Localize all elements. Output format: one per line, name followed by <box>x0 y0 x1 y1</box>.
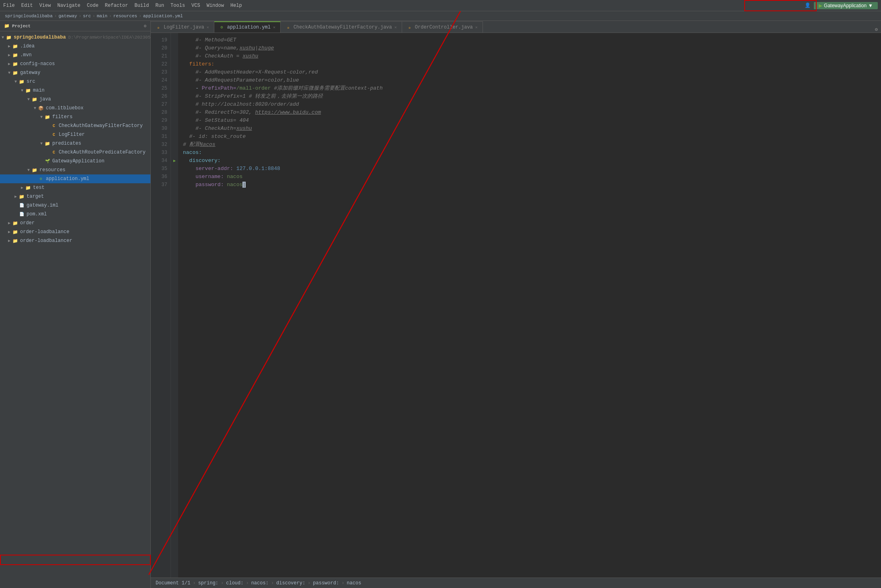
breadcrumb-bar: springcloudalibaba › gateway › src › mai… <box>0 11 881 21</box>
menu-view[interactable]: View <box>39 3 51 8</box>
menu-run[interactable]: Run <box>155 3 164 8</box>
run-dropdown-icon[interactable]: ▼ <box>868 3 873 8</box>
project-sidebar: 📁 Project ⚙ ▼ 📁 springcloudalibaba D:\Pr… <box>0 21 151 588</box>
breadcrumb-nacos[interactable]: nacos: <box>251 580 269 586</box>
tree-item-main[interactable]: ▼ 📁 main <box>0 86 150 95</box>
tab-icon-application: ⚙ <box>219 25 225 30</box>
tab-ordercontroller[interactable]: ☕ OrderController.java ✕ <box>402 21 483 33</box>
breadcrumb-sep3: › <box>92 14 95 18</box>
status-breadcrumb: Document 1/1 › spring: › cloud: › nacos:… <box>151 578 881 588</box>
gutter-icons: ▶ <box>171 33 178 578</box>
project-icon: 📁 <box>4 23 10 29</box>
tree-item-checkauthroute[interactable]: ▶ C CheckAuthRoutePredicateFactory <box>0 148 150 157</box>
sidebar-header: 📁 Project ⚙ <box>0 21 150 31</box>
breadcrumb-password[interactable]: password: <box>313 580 339 586</box>
tab-checkauth[interactable]: ☕ CheckAuthGatewayFilterFactory.java ✕ <box>281 21 402 33</box>
tree-item-orderloadbalance[interactable]: ▶ 📁 order-loadbalance <box>0 227 150 236</box>
account-icon[interactable]: 👤 <box>805 2 811 8</box>
breadcrumb-cloud[interactable]: cloud: <box>226 580 243 586</box>
tree-item-test[interactable]: ▶ 📁 test <box>0 183 150 192</box>
tabs-extra: ⚙ <box>872 27 881 33</box>
tree-item-config-nacos[interactable]: ▶ 📁 config-nacos <box>0 59 150 68</box>
tab-close-application[interactable]: ✕ <box>273 25 275 30</box>
tab-icon-logfilter: ☕ <box>156 25 161 30</box>
tab-label-checkauth: CheckAuthGatewayFilterFactory.java <box>294 25 392 30</box>
breadcrumb-doc: Document 1/1 <box>156 580 190 586</box>
tab-application[interactable]: ⚙ application.yml ✕ <box>214 21 281 33</box>
breadcrumb-spring[interactable]: spring: <box>198 580 218 586</box>
menu-help[interactable]: Help <box>230 3 242 8</box>
menu-vcs[interactable]: VCS <box>191 3 200 8</box>
tree-item-com-itbluebox[interactable]: ▼ 📦 com.itbluebox <box>0 104 150 113</box>
tab-label-logfilter: LogFilter.java <box>164 25 204 30</box>
tab-close-checkauth[interactable]: ✕ <box>394 25 397 30</box>
tab-close-logfilter[interactable]: ✕ <box>207 25 209 30</box>
run-button[interactable]: ▶ GatewayApplication ▼ <box>814 2 878 9</box>
breadcrumb-src[interactable]: src <box>83 14 91 18</box>
breadcrumb-sep2: › <box>79 14 82 18</box>
breadcrumb-sep4: › <box>109 14 112 18</box>
tree-item-orderloadbalancer[interactable]: ▶ 📁 order-loadbalancer <box>0 236 150 245</box>
menu-build[interactable]: Build <box>134 3 149 8</box>
breadcrumb-nacos-val[interactable]: nacos <box>347 580 361 586</box>
menu-file[interactable]: File <box>3 3 15 8</box>
breadcrumb-gateway[interactable]: gateway <box>58 14 77 18</box>
tree-item-mvn[interactable]: ▶ 📁 .mvn <box>0 51 150 59</box>
tabs-bar: ☕ LogFilter.java ✕ ⚙ application.yml ✕ ☕… <box>151 21 881 33</box>
tab-label-application: application.yml <box>227 25 271 30</box>
tree-item-filters[interactable]: ▼ 📁 filters <box>0 113 150 121</box>
tab-close-ordercontroller[interactable]: ✕ <box>475 25 478 30</box>
editor-area: ☕ LogFilter.java ✕ ⚙ application.yml ✕ ☕… <box>151 21 881 588</box>
code-content[interactable]: #- Method=GET #- Query=name,xushu|zhuge … <box>178 33 881 578</box>
menu-refactor[interactable]: Refactor <box>105 3 128 8</box>
code-editor[interactable]: 19 20 21 22 23 24 25 26 27 28 29 30 31 3… <box>151 33 881 578</box>
breadcrumb-sep1: › <box>54 14 57 18</box>
tree-item-src[interactable]: ▼ 📁 src <box>0 77 150 86</box>
tree-item-checkauth-filter[interactable]: ▶ C CheckAuthGatewayFilterFactory <box>0 121 150 130</box>
tab-logfilter[interactable]: ☕ LogFilter.java ✕ <box>151 21 214 33</box>
tab-icon-checkauth: ☕ <box>285 25 291 30</box>
tree-item-appyml[interactable]: ▶ ⚙ application.yml <box>0 174 150 183</box>
tree-item-target[interactable]: ▶ 📁 target <box>0 192 150 201</box>
tree-item-predicates[interactable]: ▼ 📁 predicates <box>0 139 150 148</box>
menu-tools[interactable]: Tools <box>170 3 185 8</box>
menu-bar: File Edit View Navigate Code Refactor Bu… <box>0 0 881 11</box>
tree-item-gatewayiml[interactable]: ▶ 📄 gateway.iml <box>0 201 150 210</box>
tree-item-gatewayapplication[interactable]: ▶ 🌱 GatewayApplication <box>0 157 150 166</box>
menu-edit[interactable]: Edit <box>21 3 33 8</box>
breadcrumb-appyml[interactable]: application.yml <box>143 14 183 18</box>
tree-item-order[interactable]: ▶ 📁 order <box>0 219 150 227</box>
breadcrumb-resources[interactable]: resources <box>113 14 137 18</box>
main-layout: 📁 Project ⚙ ▼ 📁 springcloudalibaba D:\Pr… <box>0 21 881 588</box>
run-icon: ▶ <box>819 3 822 8</box>
sidebar-icon-settings[interactable]: ⚙ <box>144 23 146 29</box>
menu-window[interactable]: Window <box>207 3 224 8</box>
tab-gear-icon[interactable]: ⚙ <box>875 27 878 33</box>
tree-item-logfilter[interactable]: ▶ C LogFilter <box>0 130 150 139</box>
tree-item-java[interactable]: ▼ 📁 java <box>0 95 150 104</box>
tree-item-pomxml[interactable]: ▶ 📄 pom.xml <box>0 210 150 219</box>
line-numbers: 19 20 21 22 23 24 25 26 27 28 29 30 31 3… <box>151 33 171 578</box>
menu-code[interactable]: Code <box>87 3 99 8</box>
run-config-label: GatewayApplication <box>824 3 867 8</box>
tab-label-ordercontroller: OrderController.java <box>415 25 473 30</box>
tree-item-springcloudalibaba[interactable]: ▼ 📁 springcloudalibaba D:\ProgramWorkSpa… <box>0 33 150 42</box>
tree-item-idea[interactable]: ▶ 📁 .idea <box>0 42 150 51</box>
project-tree: ▼ 📁 springcloudalibaba D:\ProgramWorkSpa… <box>0 31 150 588</box>
breadcrumb-sep5: › <box>139 14 142 18</box>
breadcrumb-discovery[interactable]: discovery: <box>276 580 305 586</box>
breadcrumb-main[interactable]: main <box>97 14 107 18</box>
tree-item-resources[interactable]: ▼ 📁 resources <box>0 166 150 174</box>
menu-navigate[interactable]: Navigate <box>57 3 80 8</box>
sidebar-title: Project <box>12 24 31 29</box>
tab-icon-ordercontroller: ☕ <box>407 25 413 30</box>
tree-item-gateway[interactable]: ▼ 📁 gateway <box>0 68 150 77</box>
breadcrumb-springcloudalibaba[interactable]: springcloudalibaba <box>5 14 53 18</box>
